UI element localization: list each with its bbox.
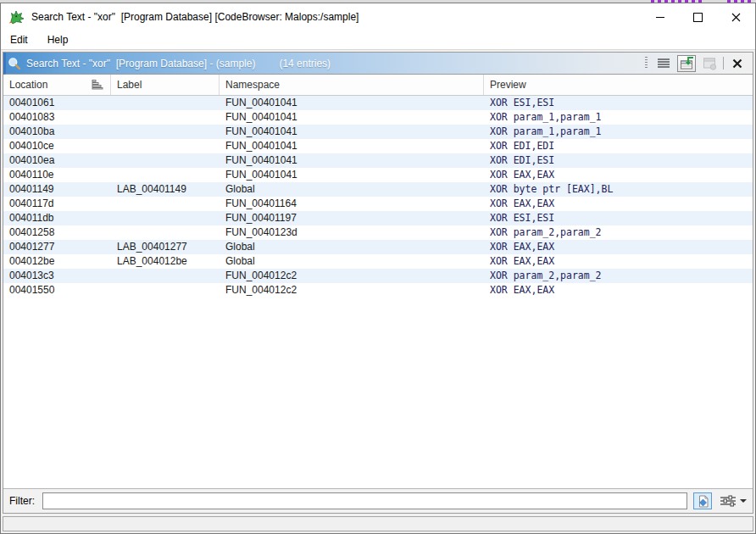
cell-namespace[interactable]: FUN_00401041 [220, 168, 484, 182]
cell-preview[interactable]: XOR EAX,EAX [484, 283, 753, 298]
cell-location[interactable]: 00401277 [3, 240, 111, 254]
menu-edit[interactable]: Edit [8, 32, 31, 47]
cell-label[interactable] [111, 110, 220, 125]
table-row[interactable]: 00401277 LAB_00401277 Global XOR EAX,EAX [3, 240, 753, 254]
cell-namespace[interactable]: FUN_00401041 [220, 153, 484, 168]
table-row[interactable]: 004010ba FUN_00401041 XOR param_1,param_… [3, 125, 753, 139]
cell-label[interactable] [111, 125, 220, 139]
filter-options-button[interactable] [720, 495, 747, 507]
ghidra-dragon-icon [8, 10, 25, 25]
cell-namespace[interactable]: FUN_00401041 [220, 110, 484, 125]
select-results-button[interactable] [677, 55, 696, 72]
menu-help[interactable]: Help [45, 32, 71, 47]
status-bar [3, 516, 753, 531]
filter-bar: Filter: [3, 488, 753, 513]
cell-label[interactable] [111, 225, 220, 240]
cell-preview[interactable]: XOR param_2,param_2 [484, 269, 753, 283]
menu-bar: Edit Help [1, 31, 755, 50]
column-header-label[interactable]: Label [111, 75, 220, 95]
cell-label[interactable] [111, 211, 220, 225]
table-row[interactable]: 00401083 FUN_00401041 XOR param_1,param_… [3, 110, 753, 125]
cell-preview[interactable]: XOR EAX,EAX [484, 240, 753, 254]
cell-location[interactable]: 004012be [3, 254, 111, 269]
table-row[interactable]: 004013c3 FUN_004012c2 XOR param_2,param_… [3, 269, 753, 283]
cell-namespace[interactable]: Global [220, 254, 484, 269]
cell-location[interactable]: 00401061 [3, 96, 111, 110]
cell-namespace[interactable]: Global [220, 182, 484, 197]
cell-namespace[interactable]: FUN_00401197 [220, 211, 484, 225]
toolbar-grip[interactable] [645, 57, 648, 70]
table-row[interactable]: 004012be LAB_004012be Global XOR EAX,EAX [3, 254, 753, 269]
cell-location[interactable]: 00401550 [3, 283, 111, 298]
cell-location[interactable]: 004010ba [3, 125, 111, 139]
panel-title: Search Text - "xor" [Program Database] -… [26, 58, 255, 70]
dropdown-caret-icon[interactable] [740, 499, 747, 503]
cell-namespace[interactable]: FUN_00401041 [220, 139, 484, 153]
select-results-icon [680, 57, 694, 70]
table-row[interactable]: 00401258 FUN_0040123d XOR param_2,param_… [3, 225, 753, 240]
cell-label[interactable] [111, 153, 220, 168]
cell-preview[interactable]: XOR EDI,ESI [484, 153, 753, 168]
cell-preview[interactable]: XOR byte ptr [EAX],BL [484, 182, 753, 197]
cell-location[interactable]: 00401149 [3, 182, 111, 197]
cell-preview[interactable]: XOR EAX,EAX [484, 168, 753, 182]
maximize-button[interactable] [679, 3, 717, 31]
cell-location[interactable]: 0040110e [3, 168, 111, 182]
table-row[interactable]: 00401550 FUN_004012c2 XOR EAX,EAX [3, 283, 753, 298]
cell-label[interactable] [111, 96, 220, 110]
cell-location[interactable]: 004010ce [3, 139, 111, 153]
cell-preview[interactable]: XOR param_1,param_1 [484, 125, 753, 139]
minimize-button[interactable] [641, 3, 679, 31]
cell-location[interactable]: 0040117d [3, 197, 111, 211]
make-selection-button[interactable] [654, 55, 673, 72]
table-row[interactable]: 00401149 LAB_00401149 Global XOR byte pt… [3, 182, 753, 197]
column-header-preview[interactable]: Preview [484, 75, 753, 95]
cell-location[interactable]: 00401258 [3, 225, 111, 240]
cell-preview[interactable]: XOR param_2,param_2 [484, 225, 753, 240]
results-table-body: 00401061 FUN_00401041 XOR ESI,ESI 004010… [3, 96, 753, 488]
cell-label[interactable] [111, 139, 220, 153]
column-header-namespace[interactable]: Namespace [220, 75, 484, 95]
cell-location[interactable]: 004013c3 [3, 269, 111, 283]
cell-preview[interactable]: XOR param_1,param_1 [484, 110, 753, 125]
cell-namespace[interactable]: FUN_00401164 [220, 197, 484, 211]
selection-disabled-icon [703, 57, 717, 70]
close-button[interactable] [717, 3, 755, 31]
cell-label[interactable] [111, 168, 220, 182]
cell-location[interactable]: 00401083 [3, 110, 111, 125]
cell-preview[interactable]: XOR ESI,ESI [484, 211, 753, 225]
cell-label[interactable] [111, 283, 220, 298]
maximize-icon [693, 13, 703, 22]
cell-location[interactable]: 004010ea [3, 153, 111, 168]
clear-filter-icon [697, 495, 709, 508]
cell-location[interactable]: 004011db [3, 211, 111, 225]
close-panel-button[interactable] [728, 55, 747, 72]
cell-label[interactable] [111, 269, 220, 283]
panel-header[interactable]: Search Text - "xor" [Program Database] -… [3, 53, 753, 75]
cell-preview[interactable]: XOR EAX,EAX [484, 254, 753, 269]
clear-filter-button[interactable] [693, 492, 712, 509]
table-row[interactable]: 0040117d FUN_00401164 XOR EAX,EAX [3, 197, 753, 211]
cell-preview[interactable]: XOR EAX,EAX [484, 197, 753, 211]
cell-namespace[interactable]: FUN_00401041 [220, 96, 484, 110]
table-row[interactable]: 004010ce FUN_00401041 XOR EDI,EDI [3, 139, 753, 153]
close-icon [731, 13, 741, 22]
table-row[interactable]: 004010ea FUN_00401041 XOR EDI,ESI [3, 153, 753, 168]
column-header-location[interactable]: Location [3, 75, 111, 95]
cell-label[interactable]: LAB_00401149 [111, 182, 220, 197]
cell-namespace[interactable]: FUN_004012c2 [220, 269, 484, 283]
cell-label[interactable]: LAB_00401277 [111, 240, 220, 254]
filter-input[interactable] [42, 492, 687, 509]
cell-namespace[interactable]: FUN_00401041 [220, 125, 484, 139]
cell-namespace[interactable]: Global [220, 240, 484, 254]
table-row[interactable]: 004011db FUN_00401197 XOR ESI,ESI [3, 211, 753, 225]
title-bar: Search Text - "xor" [Program Database] [… [1, 3, 755, 31]
cell-namespace[interactable]: FUN_004012c2 [220, 283, 484, 298]
table-row[interactable]: 00401061 FUN_00401041 XOR ESI,ESI [3, 96, 753, 110]
table-row[interactable]: 0040110e FUN_00401041 XOR EAX,EAX [3, 168, 753, 182]
cell-label[interactable] [111, 197, 220, 211]
cell-namespace[interactable]: FUN_0040123d [220, 225, 484, 240]
cell-preview[interactable]: XOR EDI,EDI [484, 139, 753, 153]
cell-label[interactable]: LAB_004012be [111, 254, 220, 269]
cell-preview[interactable]: XOR ESI,ESI [484, 96, 753, 110]
